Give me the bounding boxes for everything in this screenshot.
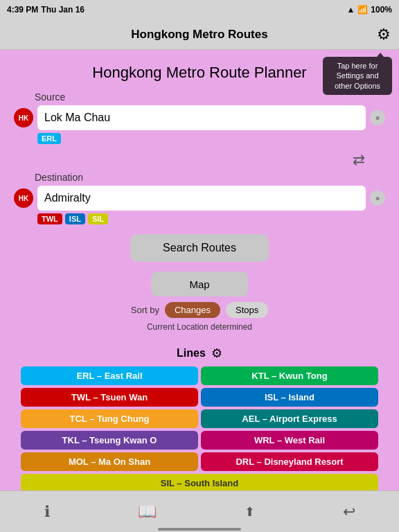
wifi-icon: 📶 bbox=[357, 5, 368, 15]
source-clear-button[interactable]: ● bbox=[370, 110, 385, 125]
lines-grid: ERL – East Rail KTL – Kwun Tong TWL – Ts… bbox=[21, 366, 378, 493]
map-button[interactable]: Map bbox=[151, 272, 248, 296]
nav-title: Hongkong Metro Routes bbox=[131, 28, 267, 42]
lines-title: Lines bbox=[177, 347, 206, 360]
source-input[interactable] bbox=[37, 105, 366, 130]
share-icon: ⬆ bbox=[245, 504, 255, 520]
source-tags: ERL bbox=[37, 133, 385, 144]
settings-tooltip[interactable]: Tap here for Settings and other Options bbox=[323, 57, 392, 95]
location-text: Current Location determined bbox=[14, 322, 385, 332]
tab-info[interactable]: ℹ bbox=[44, 503, 50, 521]
destination-row: HK ● bbox=[14, 186, 385, 211]
source-section: Source HK ● ERL bbox=[14, 91, 385, 144]
battery: 100% bbox=[371, 5, 392, 15]
destination-tag-twl: TWL bbox=[37, 213, 62, 224]
line-mol[interactable]: MOL – Ma On Shan bbox=[21, 452, 198, 471]
tab-book[interactable]: 📖 bbox=[138, 503, 157, 521]
line-wrl[interactable]: WRL – West Rail bbox=[201, 431, 378, 450]
destination-tag-isl: ISL bbox=[65, 213, 85, 224]
signal-icon: ▲ bbox=[346, 5, 355, 15]
sort-stops-button[interactable]: Stops bbox=[226, 302, 268, 318]
home-indicator bbox=[158, 528, 241, 531]
line-tcl[interactable]: TCL – Tung Chung bbox=[21, 409, 198, 428]
line-drl[interactable]: DRL – Disneyland Resort bbox=[201, 452, 378, 471]
info-icon: ℹ bbox=[44, 503, 50, 521]
line-sil[interactable]: SIL – South Island bbox=[21, 474, 378, 493]
sort-label: Sort by bbox=[131, 305, 159, 315]
line-erl[interactable]: ERL – East Rail bbox=[21, 366, 198, 385]
lines-section: Lines ⚙ ERL – East Rail KTL – Kwun Tong … bbox=[14, 346, 385, 493]
destination-hk-badge: HK bbox=[14, 188, 33, 208]
status-bar: 4:39 PM Thu Jan 16 ▲ 📶 100% bbox=[0, 0, 399, 19]
tab-bar: ℹ 📖 ⬆ ↩ bbox=[0, 490, 399, 532]
line-tkl[interactable]: TKL – Tseung Kwan O bbox=[21, 431, 198, 450]
destination-clear-button[interactable]: ● bbox=[370, 190, 385, 206]
nav-bar: Hongkong Metro Routes ⚙ bbox=[0, 19, 399, 50]
line-ktl[interactable]: KTL – Kwun Tong bbox=[201, 366, 378, 385]
back-icon: ↩ bbox=[343, 503, 355, 521]
book-icon: 📖 bbox=[138, 503, 157, 521]
line-ael[interactable]: AEL – Airport Express bbox=[201, 409, 378, 428]
time: 4:39 PM bbox=[7, 5, 38, 15]
settings-gear-icon[interactable]: ⚙ bbox=[377, 26, 391, 44]
sort-row: Sort by Changes Stops bbox=[14, 302, 385, 318]
destination-label: Destination bbox=[35, 172, 385, 183]
tab-share[interactable]: ⬆ bbox=[245, 504, 255, 520]
source-row: HK ● bbox=[14, 105, 385, 130]
status-indicators: ▲ 📶 100% bbox=[346, 5, 392, 15]
destination-tags: TWL ISL SIL bbox=[37, 213, 385, 224]
destination-input[interactable] bbox=[37, 186, 366, 211]
lines-gear-icon[interactable]: ⚙ bbox=[211, 346, 222, 361]
source-hk-badge: HK bbox=[14, 108, 33, 127]
main-content: Tap here for Settings and other Options … bbox=[0, 50, 399, 504]
destination-tag-sil: SIL bbox=[88, 213, 108, 224]
line-twl[interactable]: TWL – Tsuen Wan bbox=[21, 388, 198, 407]
destination-section: Destination HK ● TWL ISL SIL bbox=[14, 172, 385, 224]
status-time: 4:39 PM Thu Jan 16 bbox=[7, 5, 85, 15]
search-routes-button[interactable]: Search Routes bbox=[130, 234, 269, 262]
date: Thu Jan 16 bbox=[41, 5, 85, 15]
swap-icon[interactable]: ⇅ bbox=[349, 154, 367, 166]
sort-changes-button[interactable]: Changes bbox=[165, 302, 220, 318]
source-tag-erl: ERL bbox=[37, 133, 61, 144]
tab-back[interactable]: ↩ bbox=[343, 503, 355, 521]
swap-area: ⇅ bbox=[14, 151, 385, 169]
line-isl[interactable]: ISL – Island bbox=[201, 388, 378, 407]
lines-header: Lines ⚙ bbox=[21, 346, 378, 361]
